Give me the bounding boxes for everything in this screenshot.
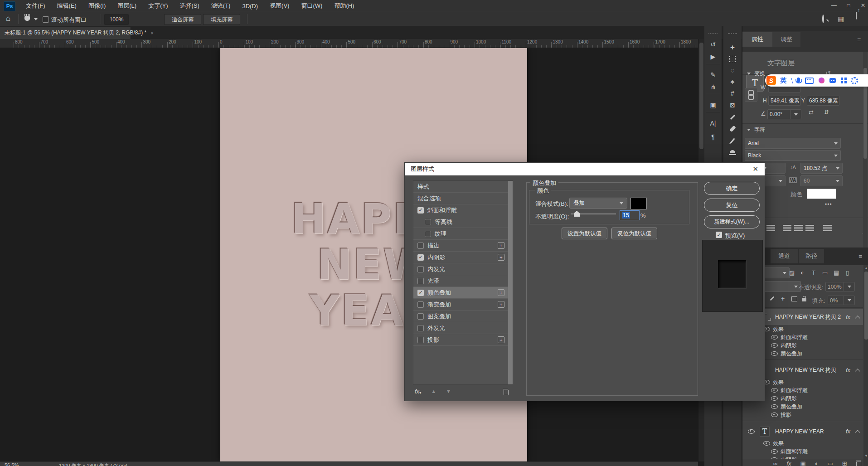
align-right-icon[interactable] xyxy=(805,225,814,231)
layer-mask-icon[interactable]: ▣ xyxy=(800,459,805,466)
menu-w[interactable]: 窗口(W) xyxy=(295,2,328,10)
align-left-icon[interactable] xyxy=(783,225,791,231)
zoom-100-button[interactable]: 100% xyxy=(104,14,129,25)
document-tab[interactable]: 未标题-1 @ 56.5% (HAPPY NEW YEAR 拷贝 2, RGB/… xyxy=(0,27,131,39)
checked-checkbox[interactable]: ✓ xyxy=(417,290,424,296)
overlay-color-swatch[interactable] xyxy=(630,198,647,209)
fit-screen-button[interactable]: 适合屏幕 xyxy=(164,14,201,25)
visibility-eye-icon[interactable] xyxy=(771,388,778,393)
visibility-eye-icon[interactable] xyxy=(771,351,778,356)
ok-button[interactable]: 确定 xyxy=(704,182,760,195)
home-icon[interactable]: ⌂ xyxy=(6,15,10,22)
add-effect-icon[interactable]: fx xyxy=(415,388,419,395)
new-style-button[interactable]: 新建样式(W)... xyxy=(704,215,760,228)
tab-properties[interactable]: 属性 xyxy=(742,32,772,47)
opacity-dropdown[interactable] xyxy=(844,282,855,291)
reset-button[interactable]: 复位 xyxy=(704,199,760,212)
menu-y[interactable]: 文字(Y) xyxy=(142,2,174,10)
unchecked-checkbox[interactable] xyxy=(425,231,431,237)
brush-tool-icon[interactable] xyxy=(723,135,742,146)
ime-punctuation-icon[interactable]: ’, xyxy=(790,77,793,84)
scroll-up-icon[interactable]: ▲ xyxy=(864,266,868,270)
blend-mode-dropdown[interactable]: 叠加 xyxy=(569,198,627,209)
dialog-close-icon[interactable]: ✕ xyxy=(752,165,758,173)
move-effect-down-icon[interactable]: ▼ xyxy=(446,388,451,394)
menu-t[interactable]: 滤镜(T) xyxy=(205,2,237,10)
unchecked-checkbox[interactable] xyxy=(425,219,431,225)
menu-i[interactable]: 图像(I) xyxy=(82,2,112,10)
style-row-5[interactable]: 描边+ xyxy=(413,240,508,252)
magic-wand-icon[interactable]: ∗ xyxy=(723,76,742,87)
sogou-logo-icon[interactable]: S xyxy=(766,76,776,85)
y-field[interactable]: 685.88 像素 xyxy=(807,96,839,106)
unchecked-checkbox[interactable] xyxy=(417,266,424,272)
checked-checkbox[interactable]: ✓ xyxy=(417,207,424,214)
lock-position-icon[interactable]: + xyxy=(781,295,785,302)
fx-badge[interactable]: fx xyxy=(846,428,850,435)
fill-screen-button[interactable]: 填充屏幕 xyxy=(203,14,240,25)
settings-icon[interactable] xyxy=(851,77,858,84)
justify-left-icon[interactable] xyxy=(766,225,775,231)
fill-dropdown[interactable] xyxy=(844,296,855,305)
actions-play-icon[interactable]: ▶ xyxy=(704,51,722,62)
scroll-all-windows-checkbox[interactable] xyxy=(43,16,49,23)
clone-source-icon[interactable]: ▣ xyxy=(704,100,722,111)
unchecked-checkbox[interactable] xyxy=(417,243,424,249)
visibility-eye-icon[interactable] xyxy=(748,429,755,434)
hand-tool-icon[interactable] xyxy=(24,14,30,21)
transform-section-caret-icon[interactable] xyxy=(747,73,751,75)
grid-icon[interactable] xyxy=(841,78,846,83)
flip-horizontal-icon[interactable]: ⇄ xyxy=(809,109,814,116)
effect-row[interactable]: 投影 xyxy=(742,411,863,419)
search-icon[interactable] xyxy=(822,15,824,23)
set-default-button[interactable]: 设置为默认值 xyxy=(562,228,607,239)
leading-field[interactable]: 180.52 点 xyxy=(800,163,843,174)
frame-tool-icon[interactable]: ⊠ xyxy=(723,100,742,111)
unchecked-checkbox[interactable] xyxy=(417,301,424,308)
justify-all-icon[interactable] xyxy=(823,225,832,231)
menu-s[interactable]: 选择(S) xyxy=(174,2,205,10)
tracking-field[interactable]: 60 xyxy=(800,175,843,186)
menu-f[interactable]: 文件(F) xyxy=(20,2,51,10)
tab-adjustments[interactable]: 调整 xyxy=(772,32,800,47)
font-family-dropdown[interactable]: Arial xyxy=(745,138,841,149)
align-center-icon[interactable] xyxy=(794,225,803,231)
style-row-9[interactable]: ✓颜色叠加+ xyxy=(413,287,508,299)
menu-dd[interactable]: 3D(D) xyxy=(236,3,264,10)
effect-row[interactable]: 颜色叠加 xyxy=(742,403,863,411)
style-row-13[interactable]: 投影+ xyxy=(413,334,508,346)
panel-menu-icon[interactable]: ≡ xyxy=(858,253,862,260)
delete-layer-icon[interactable] xyxy=(856,459,861,466)
opacity-value-field[interactable]: 15 xyxy=(620,210,640,220)
add-instance-icon[interactable]: + xyxy=(498,301,504,308)
checked-checkbox[interactable]: ✓ xyxy=(417,254,424,261)
scrollbar-thumb[interactable] xyxy=(864,272,868,340)
visibility-eye-icon[interactable] xyxy=(771,396,778,401)
collapse-effects-icon[interactable] xyxy=(855,430,860,435)
fx-badge[interactable]: fx xyxy=(846,367,850,374)
scroll-down-icon[interactable]: ▼ xyxy=(864,454,868,458)
style-row-1[interactable]: 混合选项 xyxy=(413,193,508,204)
delete-effect-icon[interactable] xyxy=(504,390,509,395)
ime-toolbar[interactable]: S 英 ’, xyxy=(765,74,868,87)
skin-icon[interactable] xyxy=(819,78,824,83)
marquee-tool-icon[interactable] xyxy=(723,53,742,64)
workspace-switcher-icon[interactable]: ▦ xyxy=(838,15,844,23)
drag-handle[interactable] xyxy=(708,33,718,34)
adjustment-layer-filter-icon[interactable]: ◐ xyxy=(800,269,804,276)
text-color-swatch[interactable] xyxy=(807,189,836,199)
unchecked-checkbox[interactable] xyxy=(417,278,424,284)
pixel-layer-filter-icon[interactable]: ▨ xyxy=(789,269,795,276)
collapse-effects-icon[interactable] xyxy=(855,369,860,374)
fx-badge[interactable]: fx xyxy=(846,314,850,320)
more-options-icon[interactable]: ••• xyxy=(825,201,832,208)
hand-tool-caret-icon[interactable] xyxy=(34,18,38,20)
new-layer-icon[interactable]: ⊞ xyxy=(842,459,847,466)
style-row-3[interactable]: 等高线 xyxy=(413,216,508,228)
visibility-eye-icon[interactable] xyxy=(771,343,778,348)
reset-default-button[interactable]: 复位为默认值 xyxy=(611,228,657,239)
style-row-6[interactable]: ✓内阴影+ xyxy=(413,252,508,263)
style-row-7[interactable]: 内发光 xyxy=(413,263,508,275)
styles-header-row[interactable]: 样式 xyxy=(413,181,508,193)
eyedropper-icon[interactable] xyxy=(723,112,742,122)
